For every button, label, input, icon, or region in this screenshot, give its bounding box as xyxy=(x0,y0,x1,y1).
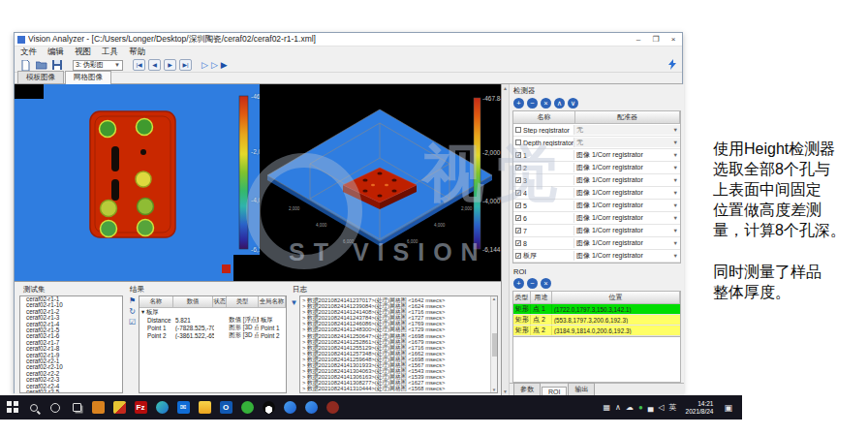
next-frame-button[interactable]: ▶ xyxy=(164,59,176,71)
detector-row[interactable]: ✓5图像 1/Corr registrator▼ xyxy=(513,200,680,212)
app-mail-icon[interactable]: ✉ xyxy=(172,395,194,419)
volume-icon[interactable]: ◁ xyxy=(658,403,664,413)
checkbox[interactable]: ✓ xyxy=(515,177,521,183)
log-list[interactable]: > 数据20210824141237017>(处理)网格图 <1642 msec… xyxy=(299,295,498,393)
detector-row[interactable]: ✓4图像 1/Corr registrator▼ xyxy=(513,187,680,200)
new-file-button[interactable] xyxy=(19,59,32,71)
app-stickynotes-icon[interactable] xyxy=(108,395,130,419)
delete-button[interactable]: × xyxy=(541,98,551,109)
registrator-select[interactable]: 图像 1/Corr registrator▼ xyxy=(574,188,680,198)
roi-row[interactable]: 矩形点 2(553.8,1797.3,200.6,192.3) xyxy=(513,315,680,326)
app-edge-icon[interactable] xyxy=(151,395,172,419)
ime-icon[interactable]: 英 xyxy=(669,403,677,413)
checkbox[interactable]: ✓ xyxy=(515,165,521,171)
detector-row[interactable]: ✓8图像 1/Corr registrator▼ xyxy=(513,237,680,250)
tab-模板图像[interactable]: 模板图像 xyxy=(17,71,64,83)
app-filezilla-icon[interactable]: Fz xyxy=(130,395,151,419)
registrator-select[interactable]: 图像 1/Corr registrator▼ xyxy=(574,163,680,172)
maximize-button[interactable]: ❐ xyxy=(647,33,665,47)
app-browser-1-icon[interactable] xyxy=(279,395,300,419)
menu-item-文件[interactable]: 文件 xyxy=(20,47,37,58)
registrator-select[interactable]: 图像 1/Corr registrator▼ xyxy=(574,238,680,248)
menu-item-工具[interactable]: 工具 xyxy=(102,47,118,58)
app-360-icon[interactable] xyxy=(87,395,108,419)
filter-icon[interactable]: ▼ xyxy=(291,298,298,307)
app-wechat-icon[interactable] xyxy=(236,395,258,419)
move-up-button[interactable]: ∧ xyxy=(554,98,565,109)
app-browser-2-icon[interactable] xyxy=(300,395,322,419)
detector-row[interactable]: ✓3图像 1/Corr registrator▼ xyxy=(513,174,680,187)
checkbox[interactable]: ✓ xyxy=(515,215,521,221)
status-green-icon[interactable]: ● xyxy=(638,403,643,413)
detector-row[interactable]: ✓板厚图像 1/Corr registrator▼ xyxy=(513,250,680,263)
tray-window-icon[interactable]: ▦ xyxy=(603,403,610,413)
results-table[interactable]: 名称数值状态类型全局名称 ▾ 板厚Distance5.821数值 [浮点数]板厚… xyxy=(139,295,287,393)
run-flash-icon[interactable] xyxy=(668,56,677,74)
taskbar-clock[interactable]: 14:21 2021/8/24 xyxy=(682,400,718,415)
flag-icon[interactable]: ⚑ xyxy=(129,297,136,305)
roi-remove-button[interactable]: − xyxy=(527,278,538,289)
checkbox[interactable]: ✓ xyxy=(515,228,521,233)
roi-row[interactable]: 矩形点 2(3184.9,1814.0,200.6,192.3) xyxy=(513,326,680,336)
detector-row[interactable]: ✓6图像 1/Corr registrator▼ xyxy=(513,212,680,225)
open-file-button[interactable] xyxy=(35,59,47,71)
app-outlook-icon[interactable]: O xyxy=(215,395,236,419)
refresh-icon[interactable]: ↻ xyxy=(129,308,136,316)
tray-expand-icon[interactable]: ∧ xyxy=(615,403,621,413)
registrator-select[interactable]: 无▼ xyxy=(574,138,680,147)
registrator-select[interactable]: 无▼ xyxy=(574,125,680,135)
minimize-button[interactable]: – xyxy=(630,33,647,47)
checkbox[interactable]: ✓ xyxy=(515,240,521,246)
registrator-select[interactable]: 图像 1/Corr registrator▼ xyxy=(574,175,680,185)
checkbox[interactable]: ✓ xyxy=(515,152,521,158)
checkbox-icon[interactable]: ☑ xyxy=(129,319,136,326)
result-row[interactable]: Distance5.821数值 [浮点数]板厚 xyxy=(140,316,286,324)
app-security-icon[interactable] xyxy=(322,395,343,419)
run-once-button[interactable]: ▷ xyxy=(202,59,208,71)
cortana-icon[interactable] xyxy=(45,395,66,419)
search-icon[interactable] xyxy=(23,395,45,419)
checkbox[interactable]: ✓ xyxy=(515,202,521,208)
roi-tab-ROI[interactable]: ROI xyxy=(542,387,567,395)
app-qq-icon[interactable] xyxy=(258,395,279,419)
menu-item-视图[interactable]: 视图 xyxy=(75,47,91,58)
run-selected-button[interactable]: ▷ xyxy=(211,59,218,71)
detector-row[interactable]: ✓2图像 1/Corr registrator▼ xyxy=(513,162,680,174)
detector-row[interactable]: Depth registrator无▼ xyxy=(513,137,680,149)
menu-item-帮助[interactable]: 帮助 xyxy=(129,47,145,58)
checkbox[interactable] xyxy=(515,140,521,145)
start-button[interactable] xyxy=(2,395,23,419)
checkbox[interactable]: ✓ xyxy=(515,253,521,259)
detector-row[interactable]: Step registrator无▼ xyxy=(513,124,680,137)
pseudocolor-top-view[interactable]: -467.84-2,000-4,000-6,144.60 xyxy=(15,84,260,281)
detector-row[interactable]: ✓1图像 1/Corr registrator▼ xyxy=(513,149,680,162)
prev-frame-button[interactable]: ◀ xyxy=(148,59,161,71)
network-icon[interactable]: ▄ xyxy=(648,403,654,413)
first-frame-button[interactable]: |◀ xyxy=(133,59,145,71)
roi-tab-参数[interactable]: 参数 xyxy=(513,383,541,395)
last-frame-button[interactable]: ▶| xyxy=(179,59,192,71)
checkbox[interactable] xyxy=(515,127,521,133)
list-item[interactable]: ceraf02-r2-5 xyxy=(26,389,122,393)
view-mode-select[interactable]: 3: 伪彩图 ▼ xyxy=(73,60,123,71)
roi-add-button[interactable]: + xyxy=(513,278,524,289)
registrator-select[interactable]: 图像 1/Corr registrator▼ xyxy=(574,150,680,160)
test-list[interactable]: ceraf02-r1-1ceraf02-r1-10ceraf02-r1-2cer… xyxy=(19,295,123,393)
task-view-icon[interactable] xyxy=(66,395,87,419)
tab-网格图像[interactable]: 网格图像 xyxy=(65,71,111,84)
menu-item-编辑[interactable]: 编辑 xyxy=(47,47,64,58)
title-bar[interactable]: Vision Analyzer - [C:/Users/Longer/Deskt… xyxy=(15,33,682,47)
registrator-select[interactable]: 图像 1/Corr registrator▼ xyxy=(574,226,680,235)
registrator-select[interactable]: 图像 1/Corr registrator▼ xyxy=(574,201,680,210)
log-scrollbar[interactable]: ▲▼ xyxy=(490,296,497,392)
move-down-button[interactable]: ∨ xyxy=(568,98,578,109)
close-button[interactable]: × xyxy=(665,33,682,47)
remove-button[interactable]: − xyxy=(527,98,538,109)
registrator-select[interactable]: 图像 1/Corr registrator▼ xyxy=(574,251,680,261)
action-center-icon[interactable]: ▣ xyxy=(722,403,738,413)
roi-tab-输出[interactable]: 输出 xyxy=(568,383,595,395)
result-row[interactable]: Point 2(-3861.522,-65...图形 [3D 点]Point 2 xyxy=(140,331,286,339)
registrator-select[interactable]: 图像 1/Corr registrator▼ xyxy=(574,213,680,223)
save-button[interactable] xyxy=(50,59,63,71)
app-explorer-icon[interactable] xyxy=(194,395,215,419)
